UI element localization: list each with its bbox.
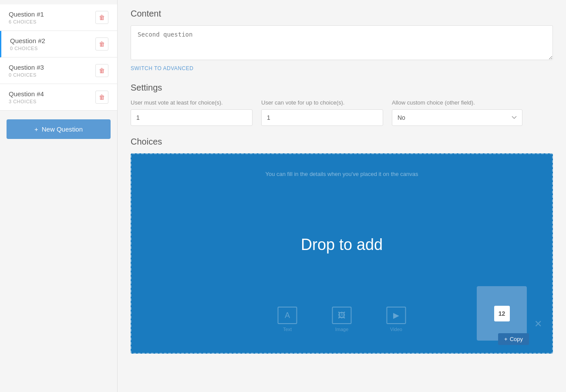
choices-section: Choices You can fill in the details when… — [131, 137, 553, 354]
content-section-title: Content — [131, 9, 553, 19]
video-icon-label: Video — [390, 327, 402, 332]
copy-label: Copy — [510, 336, 523, 342]
question-choices-q1: 6 CHOICES — [9, 19, 44, 24]
sidebar: Question #1 6 CHOICES 🗑 Question #2 0 CH… — [0, 0, 118, 392]
settings-row: User must vote at least for choice(s). U… — [131, 99, 553, 126]
question-list: Question #1 6 CHOICES 🗑 Question #2 0 CH… — [0, 4, 117, 111]
new-question-button[interactable]: + New Question — [7, 119, 111, 139]
custom-choice-group: Allow custom choice (other field). No Ye… — [392, 99, 522, 126]
sidebar-item-q1[interactable]: Question #1 6 CHOICES 🗑 — [0, 4, 117, 31]
sidebar-item-q4[interactable]: Question #4 3 CHOICES 🗑 — [0, 84, 117, 111]
max-votes-input[interactable] — [261, 109, 383, 126]
text-icon: A — [278, 307, 297, 324]
close-icon: ✕ — [534, 318, 542, 330]
drop-to-add-label: Drop to add — [301, 236, 383, 254]
main-content: Content SWITCH TO ADVANCED Settings User… — [118, 0, 566, 392]
video-icon: ▶ — [387, 307, 406, 324]
video-choice-icon-group: ▶ Video — [387, 307, 406, 332]
content-textarea[interactable] — [131, 25, 553, 60]
min-votes-group: User must vote at least for choice(s). — [131, 99, 253, 126]
floating-card-number: 12 — [494, 306, 510, 321]
question-title-q1: Question #1 — [9, 10, 44, 18]
new-question-label: New Question — [42, 125, 83, 133]
text-icon-label: Text — [283, 327, 292, 332]
settings-section-title: Settings — [131, 83, 553, 93]
drop-zone[interactable]: You can fill in the details when you've … — [131, 153, 553, 354]
max-votes-group: User can vote for up to choice(s). — [261, 99, 383, 126]
delete-button-q4[interactable]: 🗑 — [95, 91, 108, 104]
drag-hint-text: You can fill in the details when you've … — [265, 171, 418, 177]
delete-button-q1[interactable]: 🗑 — [95, 11, 108, 24]
custom-choice-select[interactable]: No Yes — [392, 109, 522, 126]
min-votes-label: User must vote at least for choice(s). — [131, 99, 253, 106]
image-choice-icon-group: 🖼 Image — [332, 307, 352, 332]
choice-type-icons: A Text 🖼 Image ▶ Video — [278, 307, 406, 332]
custom-choice-label: Allow custom choice (other field). — [392, 99, 522, 106]
plus-icon-copy: + — [504, 336, 508, 342]
copy-button[interactable]: + Copy — [498, 333, 529, 345]
text-choice-icon-group: A Text — [278, 307, 297, 332]
settings-section: Settings User must vote at least for cho… — [131, 83, 553, 126]
question-title-q3: Question #3 — [9, 64, 44, 71]
question-choices-q2: 0 CHOICES — [10, 46, 45, 51]
question-choices-q3: 0 CHOICES — [9, 72, 44, 78]
floating-card: 12 + Copy — [477, 286, 527, 341]
min-votes-input[interactable] — [131, 109, 253, 126]
image-icon-label: Image — [335, 327, 349, 332]
question-title-q4: Question #4 — [9, 90, 44, 98]
sidebar-item-q2[interactable]: Question #2 0 CHOICES 🗑 — [0, 31, 117, 57]
question-title-q2: Question #2 — [10, 37, 45, 44]
switch-advanced-link[interactable]: SWITCH TO ADVANCED — [131, 65, 193, 71]
delete-button-q3[interactable]: 🗑 — [95, 64, 108, 77]
sidebar-item-q3[interactable]: Question #3 0 CHOICES 🗑 — [0, 57, 117, 84]
question-choices-q4: 3 CHOICES — [9, 99, 44, 104]
choices-section-title: Choices — [131, 137, 553, 147]
image-icon: 🖼 — [332, 307, 352, 324]
max-votes-label: User can vote for up to choice(s). — [261, 99, 383, 106]
delete-button-q2[interactable]: 🗑 — [95, 37, 108, 51]
plus-icon: + — [34, 125, 38, 133]
